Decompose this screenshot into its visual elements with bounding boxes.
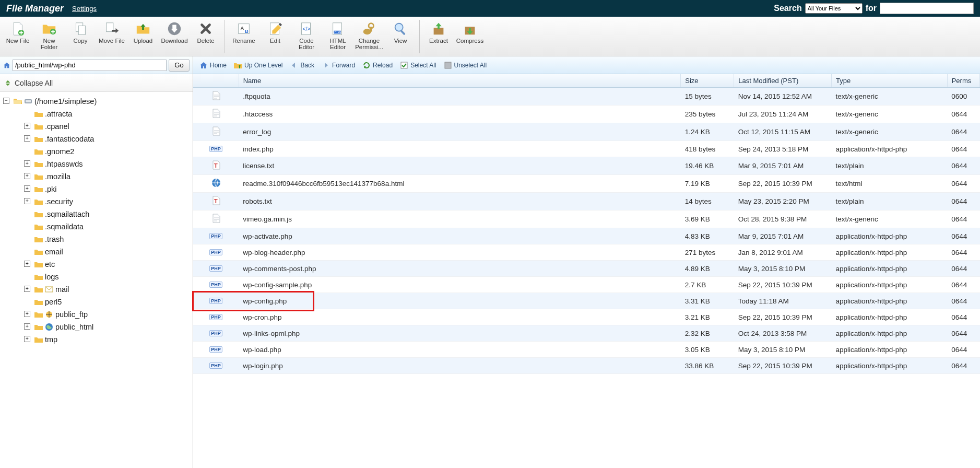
tree-item[interactable]: public_html [34,321,190,333]
tree-item[interactable]: .attracta [34,108,190,120]
file-type-icon [193,88,239,106]
tree-toggle[interactable]: + [24,311,30,317]
delete-icon [198,21,214,37]
table-row[interactable]: PHPwp-config.php3.31 KBToday 11:18 AMapp… [193,293,980,309]
delete-button[interactable]: Delete [190,19,221,46]
nav-select-all[interactable]: Select All [398,60,438,71]
file-size-cell: 1.24 KB [681,123,734,141]
svg-point-15 [363,29,371,34]
file-table-wrap[interactable]: Name Size Last Modified (PST) Type Perms… [193,74,980,468]
table-row[interactable]: PHPwp-cron.php3.21 KBSep 22, 2015 10:39 … [193,309,980,325]
htmleditor-button[interactable]: HTMLHTML Editor [322,19,353,52]
table-row[interactable]: PHPwp-config-sample.php2.7 KBSep 22, 201… [193,277,980,293]
path-input[interactable] [13,60,167,71]
copy-button[interactable]: Copy [65,19,96,46]
col-modified[interactable]: Last Modified (PST) [734,74,832,88]
table-row[interactable]: error_log1.24 KBOct 12, 2015 11:15 AMtex… [193,123,980,141]
changeperm-button[interactable]: Change Permissi... [353,19,385,52]
svg-point-18 [395,24,403,31]
file-type-cell: text/x-generic [832,88,948,106]
settings-link[interactable]: Settings [72,5,97,13]
tree-item[interactable]: public_ftp [34,308,190,321]
extract-label: Extract [429,38,448,44]
go-button[interactable]: Go [169,59,190,72]
nav-unselect-all[interactable]: Unselect All [442,60,489,71]
table-row[interactable]: Trobots.txt14 bytesMay 23, 2015 2:20 PMt… [193,193,980,210]
movefile-button[interactable]: Move File [96,19,127,46]
table-row[interactable]: PHPindex.php418 bytesSep 24, 2013 5:18 P… [193,141,980,157]
search-input[interactable] [880,3,974,14]
file-name-cell: wp-cron.php [239,309,681,325]
tree-toggle[interactable]: + [24,185,30,192]
tree-item[interactable]: .trash [34,233,190,245]
file-type-icon: PHP [193,277,239,293]
extract-button[interactable]: Extract [423,19,454,46]
tree-root[interactable]: (/home1/simplese) [14,95,190,108]
table-row[interactable]: Tlicense.txt19.46 KBMar 9, 2015 7:01 AMt… [193,157,980,175]
table-row[interactable]: .htaccess235 bytesJul 23, 2015 11:24 AMt… [193,106,980,123]
tree-item-label: etc [45,258,55,271]
tree-item[interactable]: etc [34,258,190,271]
newfolder-button[interactable]: New Folder [33,19,65,52]
tree-item[interactable]: perl5 [34,296,190,308]
tree-item[interactable]: .cpanel [34,120,190,133]
toolbar-divider [225,20,225,53]
tree-item[interactable]: .gnome2 [34,145,190,158]
tree-toggle[interactable]: + [24,286,30,292]
tree-toggle[interactable]: + [24,135,30,142]
tree-item[interactable]: .htpasswds [34,158,190,170]
nav-forward[interactable]: Forward [320,60,357,71]
nav-reload[interactable]: Reload [360,60,395,71]
tree-toggle[interactable]: + [24,123,30,129]
edit-button[interactable]: Edit [259,19,291,46]
table-row[interactable]: PHPwp-comments-post.php4.89 KBMay 3, 201… [193,261,980,277]
collapse-all[interactable]: Collapse All [0,74,193,92]
tree-toggle[interactable]: + [24,160,30,167]
table-row[interactable]: PHPwp-activate.php4.83 KBMar 9, 2015 7:0… [193,228,980,244]
tree-item[interactable]: .mozilla [34,170,190,183]
col-name[interactable]: Name [239,74,681,88]
tree-toggle[interactable]: + [24,323,30,330]
table-row[interactable]: PHPwp-links-opml.php2.32 KBOct 24, 2013 … [193,325,980,342]
nav-home[interactable]: Home [197,60,229,71]
nav-up[interactable]: Up One Level [232,60,285,71]
col-icon[interactable] [193,74,239,88]
tree-toggle[interactable]: + [24,198,30,204]
tree-item[interactable]: .pki [34,183,190,195]
tree-item[interactable]: mail [34,283,190,296]
table-row[interactable]: .ftpquota15 bytesNov 14, 2015 12:52 AMte… [193,88,980,106]
file-size-cell: 14 bytes [681,193,734,210]
codeeditor-button[interactable]: </>Code Editor [291,19,322,52]
rename-button[interactable]: ABRename [228,19,259,46]
tree-item-label: .sqmaildata [45,220,84,233]
newfile-button[interactable]: New File [2,19,33,46]
tree-item-label: .htpasswds [45,158,83,170]
view-button[interactable]: View [385,19,416,46]
tree-item[interactable]: tmp [34,333,190,346]
tree-toggle[interactable]: + [24,261,30,267]
tree-toggle-root[interactable]: − [3,98,9,104]
table-row[interactable]: vimeo.ga.min.js3.69 KBOct 28, 2015 9:38 … [193,210,980,228]
tree-item[interactable]: .sqmaildata [34,220,190,233]
table-row[interactable]: PHPwp-load.php3.05 KBMay 3, 2015 8:10 PM… [193,342,980,358]
compress-button[interactable]: Compress [454,19,486,46]
col-perms[interactable]: Perms [947,74,979,88]
download-button[interactable]: Download [159,19,190,46]
upload-button[interactable]: Upload [127,19,159,46]
table-row[interactable]: PHPwp-blog-header.php271 bytesJan 8, 201… [193,244,980,261]
search-scope-select[interactable]: All Your Files [805,3,863,14]
view-label: View [394,38,407,44]
table-row[interactable]: PHPwp-login.php33.86 KBSep 22, 2015 10:3… [193,358,980,374]
tree-toggle[interactable]: + [24,173,30,179]
tree-item[interactable]: .security [34,195,190,208]
tree-item[interactable]: .sqmailattach [34,208,190,220]
tree-item[interactable]: email [34,245,190,258]
tree-toggle[interactable]: + [24,336,30,342]
nav-back[interactable]: Back [288,60,316,71]
col-size[interactable]: Size [681,74,734,88]
tree-item[interactable]: .fantasticodata [34,133,190,145]
file-type-cell: application/x-httpd-php [832,358,948,374]
col-type[interactable]: Type [832,74,948,88]
tree-item[interactable]: logs [34,271,190,283]
table-row[interactable]: readme.310f09446bcc6fb59513ec141377b68a.… [193,175,980,193]
